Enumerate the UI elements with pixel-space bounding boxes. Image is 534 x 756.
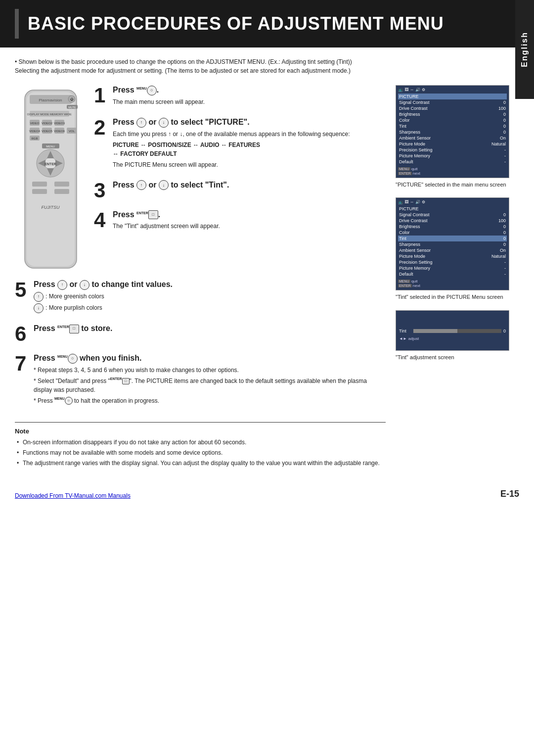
svg-text:Plasmavision: Plasmavision xyxy=(39,98,62,102)
step-7-number: 7 xyxy=(15,353,30,374)
up-btn-icon-3: ↑ xyxy=(57,280,67,290)
intro-text: • Shown below is the basic procedure use… xyxy=(15,57,509,75)
tint-footer: ◄► adjust xyxy=(399,336,506,341)
step-7-note-1: * Repeat steps 3, 4, 5 and 6 when you wi… xyxy=(34,366,386,375)
step-5-body: ↑ : More greenish colors ↓ : More purpli… xyxy=(34,292,386,313)
menu-ambient: Ambient SensorOn xyxy=(398,135,507,141)
step-3: 3 Press ↑ or ↓ to select "Tint". xyxy=(94,180,386,201)
down-arrow-symbol: ↓ xyxy=(34,303,44,313)
screenshot-2: 📺🖼↔🔊⚙ PICTURE Signal Contrast0 Drive Con… xyxy=(396,197,509,305)
header-accent-bar xyxy=(15,9,19,39)
step-6-number: 6 xyxy=(15,324,30,344)
svg-rect-37 xyxy=(32,189,47,194)
page-number: E-15 xyxy=(500,489,519,499)
menu-tint-2: Tint0 xyxy=(398,236,507,241)
menu-brightness-2: Brightness0 xyxy=(398,224,507,230)
step-3-number: 3 xyxy=(94,180,109,201)
menu-footer-2: MENU quit ENTER next xyxy=(398,279,507,288)
tint-value: 0 xyxy=(503,329,506,333)
tint-bullet-2: ↓ : More purplish colors xyxy=(34,303,386,313)
step-7: 7 Press MENU○ when you finish. * Repeat … xyxy=(15,353,386,407)
svg-rect-35 xyxy=(32,182,47,187)
page-footer: Downloaded From TV-Manual.com Manuals E-… xyxy=(0,484,534,504)
menu-picture-mode: Picture ModeNatural xyxy=(398,141,507,147)
menu-drive-contrast-2: Drive Contrast100 xyxy=(398,218,507,224)
step-1-title: Press MENU○. xyxy=(113,85,386,95)
note-item-2: Functions may not be available with some… xyxy=(15,448,386,457)
tint-bullet-1: ↑ : More greenish colors xyxy=(34,292,386,302)
tint-bar-left xyxy=(413,329,457,333)
picture-menu-screen: 📺🖼↔🔊⚙ PICTURE Signal Contrast0 Drive Con… xyxy=(396,197,509,290)
step-3-title: Press ↑ or ↓ to select "Tint". xyxy=(113,180,386,190)
menu-header-icons-2: 📺🖼↔🔊⚙ xyxy=(398,200,507,204)
step-7-note-3: * Press MENU○ to halt the operation in p… xyxy=(34,396,386,405)
step-6-title: Press ENTER□ to store. xyxy=(34,324,386,334)
menu-brightness: Brightness0 xyxy=(398,111,507,117)
step-2-body: Each time you press ↑ or ↓, one of the a… xyxy=(113,130,386,169)
step-4: 4 Press ENTER□. The "Tint" adjustment sc… xyxy=(94,210,386,233)
menu-precision-2: Precision Setting- xyxy=(398,259,507,265)
step-7-content: Press MENU○ when you finish. * Repeat st… xyxy=(34,353,386,407)
steps-5-7-area: 5 Press ↑ or ↓ to change tint values. ↑ … xyxy=(15,280,386,407)
screenshot-1-caption: "PICTURE" selected in the main menu scre… xyxy=(396,181,509,189)
tint-display: Tint 0 ◄► adjust xyxy=(396,311,509,350)
note-item-3: The adjustment range varies with the dis… xyxy=(15,459,386,468)
page-header: BASIC PROCEDURES OF ADJUSTMENT MENU xyxy=(0,0,534,47)
step-2-content: Press ↑ or ↓ to select "PICTURE". Each t… xyxy=(113,117,386,171)
menu-picture-mode-2: Picture ModeNatural xyxy=(398,253,507,259)
svg-text:FUJITSU: FUJITSU xyxy=(42,205,60,210)
menu-header-icons: 📺🖼↔🔊⚙ xyxy=(398,88,507,92)
steps-1-4-area: Plasmavision ⏻ MUTE DISPLAY MODE MEMORY … xyxy=(15,85,386,275)
menu-sharpness-2: Sharpness0 xyxy=(398,241,507,247)
down-btn-icon-3: ↓ xyxy=(80,280,89,290)
language-label: English xyxy=(520,32,529,67)
down-btn-icon: ↓ xyxy=(159,118,169,128)
steps-1-4-list: 1 Press MENU○. The main menu screen will… xyxy=(94,85,386,275)
svg-rect-38 xyxy=(54,189,69,194)
screenshot-2-caption: "Tint" selected in the PICTURE Menu scre… xyxy=(396,293,509,301)
tint-bar-container: Tint 0 xyxy=(399,329,506,333)
step-4-body: The "Tint" adjustment screen will appear… xyxy=(113,222,386,231)
svg-text:DISPLAY  MODE  MEMORY  WIDE: DISPLAY MODE MEMORY WIDE xyxy=(27,113,72,116)
menu-precision: Precision Setting- xyxy=(398,147,507,153)
right-column: 📺🖼↔🔊⚙ PICTURE Signal Contrast0 Drive Con… xyxy=(396,85,509,469)
menu-color-2: Color0 xyxy=(398,230,507,236)
step-5-number: 5 xyxy=(15,280,30,300)
step-1: 1 Press MENU○. The main menu screen will… xyxy=(94,85,386,108)
svg-text:VIDEO2: VIDEO2 xyxy=(42,122,53,125)
tint-bar xyxy=(413,329,501,333)
main-menu-screen: 📺🖼↔🔊⚙ PICTURE Signal Contrast0 Drive Con… xyxy=(396,85,509,178)
svg-text:VIDEO4: VIDEO4 xyxy=(29,130,41,133)
step-2-title: Press ↑ or ↓ to select "PICTURE". xyxy=(113,117,386,128)
tint-adjustment-screen: Tint 0 ◄► adjust xyxy=(396,310,509,351)
page-title: BASIC PROCEDURES OF ADJUSTMENT MENU xyxy=(28,13,444,34)
step-7-title: Press MENU○ when you finish. xyxy=(34,353,386,364)
step-2: 2 Press ↑ or ↓ to select "PICTURE". Each… xyxy=(94,117,386,171)
svg-text:⏻: ⏻ xyxy=(70,97,74,101)
svg-text:MUTE: MUTE xyxy=(68,106,76,109)
step-5-content: Press ↑ or ↓ to change tint values. ↑ : … xyxy=(34,280,386,315)
left-column: Plasmavision ⏻ MUTE DISPLAY MODE MEMORY … xyxy=(15,85,386,469)
note-item-1: On-screen information disappears if you … xyxy=(15,438,386,447)
svg-text:VIDEO5: VIDEO5 xyxy=(42,130,53,133)
menu-memory: Picture Memory- xyxy=(398,153,507,159)
step-4-title: Press ENTER□. xyxy=(113,210,386,220)
footer-link[interactable]: Downloaded From TV-Manual.com Manuals xyxy=(15,492,131,499)
tint-spacer xyxy=(399,314,506,319)
step-6: 6 Press ENTER□ to store. xyxy=(15,324,386,344)
step-5-title: Press ↑ or ↓ to change tint values. xyxy=(34,280,386,290)
menu-default: Default- xyxy=(398,159,507,165)
language-tab: English xyxy=(515,0,534,99)
tint-bar-right xyxy=(457,329,501,333)
remote-area: Plasmavision ⏻ MUTE DISPLAY MODE MEMORY … xyxy=(15,85,89,275)
menu-tint: Tint0 xyxy=(398,123,507,129)
step-2-number: 2 xyxy=(94,117,109,138)
menu-ambient-2: Ambient SensorOn xyxy=(398,247,507,253)
svg-rect-1 xyxy=(27,92,75,266)
step-5: 5 Press ↑ or ↓ to change tint values. ↑ … xyxy=(15,280,386,315)
step-1-body: The main menu screen will appear. xyxy=(113,97,386,106)
down-btn-icon-2: ↓ xyxy=(159,180,169,190)
screenshot-3-caption: "Tint" adjustment screen xyxy=(396,354,509,361)
menu-btn-icon: ○ xyxy=(147,86,157,95)
step-1-content: Press MENU○. The main menu screen will a… xyxy=(113,85,386,108)
